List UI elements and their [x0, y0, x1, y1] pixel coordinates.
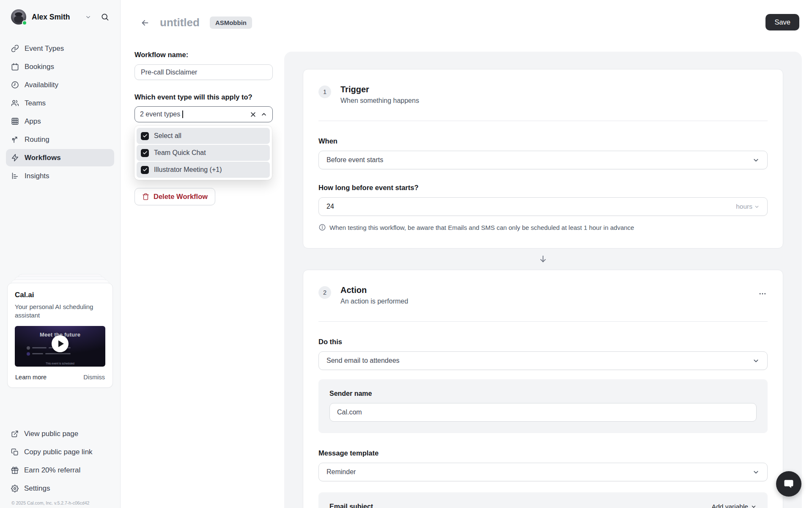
save-button[interactable]: Save [765, 14, 799, 30]
main-content: untitled ASMobbin Save Workflow name: Wh… [121, 0, 812, 508]
chat-bubble-icon [783, 478, 795, 490]
action-type-select[interactable]: Send email to attendees [318, 351, 768, 370]
learn-more-link[interactable]: Learn more [15, 374, 47, 381]
sidebar-item-earn-referral[interactable]: Earn 20% referral [6, 461, 114, 479]
sidebar-item-bookings[interactable]: Bookings [6, 58, 114, 75]
flow-arrow-down-icon [284, 254, 802, 264]
message-template-label: Message template [318, 448, 768, 458]
sidebar-item-label: Event Types [25, 44, 64, 53]
user-menu[interactable]: Alex Smith [11, 9, 112, 25]
time-unit-select[interactable]: hours [736, 203, 760, 210]
users-icon [11, 99, 19, 107]
chart-icon [11, 172, 19, 180]
calendar-icon [11, 63, 19, 71]
more-options-button[interactable] [756, 287, 769, 301]
sidebar-item-event-types[interactable]: Event Types [6, 40, 114, 57]
do-this-label: Do this [318, 337, 768, 346]
sidebar-item-label: View public page [24, 430, 78, 438]
action-card: 2 Action An action is performed Do this … [303, 270, 783, 508]
text-cursor [182, 110, 183, 118]
sidebar-item-label: Availability [25, 81, 58, 89]
zap-icon [11, 154, 19, 162]
sidebar-item-workflows[interactable]: Workflows [6, 149, 114, 166]
sidebar-item-label: Apps [25, 117, 41, 126]
trigger-when-select[interactable]: Before event starts [318, 151, 768, 169]
avatar [11, 9, 26, 25]
multiselect-value: 2 event types [140, 110, 180, 118]
copyright-text: © 2025 Cal.com, Inc. v.5.2.7-h-c06cd42 [11, 500, 89, 505]
route-split-icon [11, 135, 19, 144]
video-caption: This event is scheduled [15, 362, 105, 365]
user-name: Alex Smith [32, 13, 70, 22]
grid-icon [11, 117, 19, 125]
sidebar-nav: Event Types Bookings Availability Teams … [6, 40, 114, 185]
sidebar: Alex Smith Event Types Bookings Availabi… [0, 0, 121, 508]
sidebar-item-label: Teams [25, 99, 46, 108]
event-type-dropdown: Select all Team Quick Chat Illustrator M… [134, 126, 272, 180]
delete-workflow-button[interactable]: Delete Workflow [134, 188, 215, 205]
checkbox-checked-icon [141, 166, 149, 174]
sidebar-item-label: Earn 20% referral [24, 466, 80, 475]
chevron-down-icon[interactable] [85, 14, 91, 20]
time-before-input[interactable]: 24 hours [318, 197, 768, 216]
dismiss-link[interactable]: Dismiss [83, 374, 105, 381]
action-subtitle: An action is performed [340, 298, 408, 305]
sidebar-item-insights[interactable]: Insights [6, 167, 114, 185]
external-link-icon [11, 430, 19, 438]
workflow-name-input[interactable] [134, 64, 273, 80]
trigger-subtitle: When something happens [340, 97, 419, 105]
action-title: Action [340, 285, 408, 295]
dropdown-option-select-all[interactable]: Select all [137, 128, 270, 144]
dropdown-option-illustrator-meeting[interactable]: Illustrator Meeting (+1) [137, 162, 270, 178]
step-number-badge: 2 [318, 286, 331, 299]
chevron-down-icon [752, 357, 760, 364]
sidebar-item-view-public-page[interactable]: View public page [6, 425, 114, 442]
sidebar-item-settings[interactable]: Settings [6, 480, 114, 497]
sender-name-panel: Sender name [318, 379, 768, 433]
promo-subtitle: Your personal AI scheduling assistant [15, 303, 105, 320]
sidebar-footer-nav: View public page Copy public page link E… [6, 425, 114, 497]
checkbox-checked-icon [141, 149, 149, 157]
trigger-title: Trigger [340, 85, 419, 94]
sidebar-item-teams[interactable]: Teams [6, 94, 114, 112]
how-long-label: How long before event starts? [318, 183, 768, 192]
search-icon[interactable] [101, 13, 109, 21]
sidebar-item-copy-public-page-link[interactable]: Copy public page link [6, 443, 114, 461]
sidebar-item-apps[interactable]: Apps [6, 113, 114, 130]
promo-title: Cal.ai [15, 291, 105, 299]
workflow-name-label: Workflow name: [134, 50, 273, 59]
info-icon [318, 224, 326, 231]
sender-name-input[interactable] [329, 403, 757, 422]
sidebar-item-routing[interactable]: Routing [6, 131, 114, 148]
sidebar-item-label: Routing [25, 135, 49, 144]
sidebar-item-availability[interactable]: Availability [6, 76, 114, 94]
event-type-multiselect[interactable]: 2 event types [134, 106, 273, 122]
sender-name-label: Sender name [329, 390, 757, 398]
calai-promo-card: Cal.ai Your personal AI scheduling assis… [7, 283, 113, 388]
trigger-card: 1 Trigger When something happens When Be… [303, 69, 783, 248]
workflow-builder-canvas: 1 Trigger When something happens When Be… [284, 52, 802, 508]
divider [318, 321, 768, 322]
chevron-up-icon[interactable] [261, 111, 267, 118]
scheduling-note: When testing this workflow, be aware tha… [318, 224, 768, 231]
trash-icon [142, 193, 149, 200]
chevron-down-icon [754, 204, 760, 210]
gift-icon [11, 467, 19, 474]
workflow-settings-panel: Workflow name: Which event type will thi… [134, 0, 273, 122]
message-template-select[interactable]: Reminder [318, 463, 768, 481]
clock-icon [11, 81, 19, 89]
chevron-down-icon [752, 469, 760, 476]
play-icon[interactable] [52, 335, 69, 352]
divider [318, 121, 768, 121]
chat-support-button[interactable] [776, 471, 801, 497]
gear-icon [11, 485, 19, 492]
add-variable-button[interactable]: Add variable [712, 503, 757, 508]
when-label: When [318, 136, 768, 146]
link-icon [11, 44, 19, 52]
promo-video-thumbnail[interactable]: Meet the future This event is scheduled [15, 326, 105, 367]
chevron-down-icon [751, 504, 757, 508]
clear-selection-icon[interactable] [250, 111, 256, 118]
dropdown-option-team-quick-chat[interactable]: Team Quick Chat [137, 145, 270, 161]
sidebar-item-label: Insights [25, 172, 49, 180]
step-number-badge: 1 [318, 86, 331, 98]
